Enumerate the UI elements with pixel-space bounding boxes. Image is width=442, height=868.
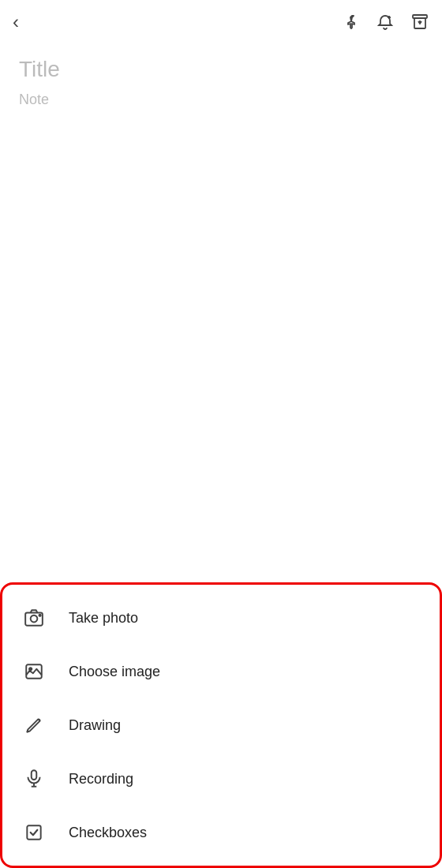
checkbox-icon bbox=[21, 820, 47, 845]
drawing-label: Drawing bbox=[69, 717, 121, 734]
toolbar-right bbox=[341, 13, 429, 32]
take-photo-label: Take photo bbox=[69, 610, 138, 627]
toolbar-left: ‹ bbox=[13, 11, 19, 33]
image-icon bbox=[21, 659, 47, 684]
note-body-placeholder[interactable]: Note bbox=[19, 92, 423, 108]
back-button[interactable]: ‹ bbox=[13, 11, 19, 33]
svg-rect-9 bbox=[32, 770, 37, 780]
note-content: Title Note bbox=[0, 44, 442, 121]
note-title-placeholder[interactable]: Title bbox=[19, 57, 423, 82]
menu-item-drawing[interactable]: Drawing bbox=[2, 698, 440, 752]
svg-rect-2 bbox=[413, 15, 427, 18]
pin-icon[interactable] bbox=[341, 13, 360, 32]
choose-image-label: Choose image bbox=[69, 664, 160, 680]
archive-icon[interactable] bbox=[410, 13, 429, 32]
recording-label: Recording bbox=[69, 771, 133, 788]
svg-rect-12 bbox=[27, 825, 40, 839]
menu-item-choose-image[interactable]: Choose image bbox=[2, 645, 440, 698]
menu-item-checkboxes[interactable]: Checkboxes bbox=[2, 806, 440, 859]
reminder-icon[interactable] bbox=[376, 13, 395, 32]
camera-icon bbox=[21, 605, 47, 630]
toolbar: ‹ bbox=[0, 0, 442, 44]
svg-point-5 bbox=[31, 615, 38, 623]
checkboxes-label: Checkboxes bbox=[69, 825, 147, 841]
mic-icon bbox=[21, 766, 47, 791]
svg-point-6 bbox=[39, 615, 41, 616]
bottom-menu-panel: Take photo Choose image Drawing bbox=[0, 582, 442, 868]
menu-item-recording[interactable]: Recording bbox=[2, 752, 440, 806]
svg-point-8 bbox=[29, 668, 32, 670]
drawing-icon bbox=[21, 713, 47, 738]
menu-item-take-photo[interactable]: Take photo bbox=[2, 591, 440, 645]
